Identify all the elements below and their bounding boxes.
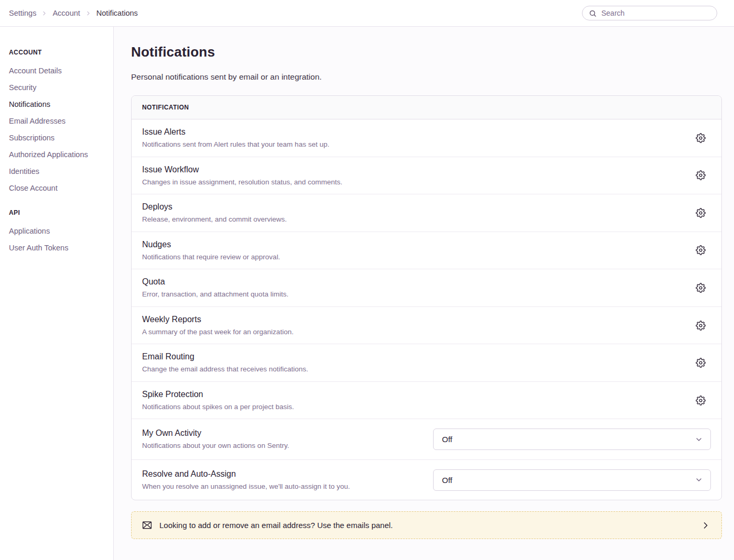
envelope-icon: [142, 520, 152, 530]
notification-row-description: Changes in issue assignment, resolution …: [142, 178, 342, 187]
notification-row: DeploysRelease, environment, and commit …: [132, 194, 721, 232]
emails-panel-banner[interactable]: Looking to add or remove an email addres…: [131, 511, 722, 539]
sidebar-item-subscriptions[interactable]: Subscriptions: [9, 129, 108, 146]
sidebar-item-account-details[interactable]: Account Details: [9, 62, 108, 79]
page-subtitle: Personal notifications sent by email or …: [131, 72, 722, 82]
notification-row-text: Issue WorkflowChanges in issue assignmen…: [142, 164, 342, 187]
notification-settings-button[interactable]: [694, 356, 708, 370]
notification-row: NudgesNotifications that require review …: [132, 232, 721, 269]
gear-icon: [696, 245, 706, 255]
notification-row: My Own ActivityNotifications about your …: [132, 419, 721, 459]
top-bar: SettingsAccountNotifications: [0, 0, 734, 27]
notification-settings-button[interactable]: [694, 393, 708, 408]
gear-icon: [696, 321, 706, 331]
notification-row-text: DeploysRelease, environment, and commit …: [142, 202, 287, 224]
notification-row-description: Notifications about spikes on a per proj…: [142, 402, 294, 412]
sidebar-item-applications[interactable]: Applications: [9, 223, 108, 239]
notification-settings-button[interactable]: [694, 206, 708, 220]
notification-row-title: Weekly Reports: [142, 314, 294, 325]
notification-row-title: My Own Activity: [142, 428, 289, 438]
notification-settings-button[interactable]: [694, 168, 708, 182]
sidebar-item-email-addresses[interactable]: Email Addresses: [9, 113, 108, 129]
notification-row-text: My Own ActivityNotifications about your …: [142, 428, 289, 451]
search-box[interactable]: [582, 6, 717, 20]
chevron-right-icon: [700, 520, 711, 531]
sidebar-section: APIApplicationsUser Auth Tokens: [9, 209, 108, 256]
notification-row-title: Issue Workflow: [142, 164, 342, 175]
notification-select[interactable]: Off: [433, 469, 711, 491]
chevron-down-icon: [695, 476, 703, 484]
layout: ACCOUNTAccount DetailsSecurityNotificati…: [0, 27, 734, 560]
breadcrumb-item-settings[interactable]: Settings: [9, 9, 36, 17]
notification-settings-button[interactable]: [694, 131, 708, 145]
breadcrumb-item-account[interactable]: Account: [52, 9, 80, 17]
banner-text: Looking to add or remove an email addres…: [159, 521, 693, 530]
notification-row: Weekly ReportsA summary of the past week…: [132, 306, 721, 344]
notification-row-description: Notifications that require review or app…: [142, 252, 280, 262]
notification-row-title: Issue Alerts: [142, 127, 329, 137]
search-input[interactable]: [600, 8, 710, 18]
notification-row: Spike ProtectionNotifications about spik…: [132, 381, 721, 419]
notification-row-text: Email RoutingChange the email address th…: [142, 352, 308, 374]
breadcrumb-separator-icon: [41, 10, 48, 17]
notification-row-text: Resolve and Auto-AssignWhen you resolve …: [142, 469, 350, 491]
notification-row-text: Spike ProtectionNotifications about spik…: [142, 389, 294, 412]
notification-row-description: When you resolve an unassigned issue, we…: [142, 482, 350, 491]
notification-row-description: Change the email address that receives n…: [142, 365, 308, 374]
notification-row-description: Notifications about your own actions on …: [142, 441, 289, 451]
gear-icon: [696, 133, 706, 143]
notification-row-title: Spike Protection: [142, 389, 294, 400]
notification-row-text: Issue AlertsNotifications sent from Aler…: [142, 127, 329, 149]
gear-icon: [696, 358, 706, 368]
breadcrumb-separator-icon: [85, 10, 92, 17]
notification-row: Issue WorkflowChanges in issue assignmen…: [132, 157, 721, 194]
select-value: Off: [442, 476, 452, 485]
notification-settings-button[interactable]: [694, 281, 708, 295]
notification-row-text: QuotaError, transaction, and attachment …: [142, 277, 288, 299]
notifications-panel: NOTIFICATION Issue AlertsNotifications s…: [131, 95, 722, 500]
breadcrumb: SettingsAccountNotifications: [9, 9, 138, 17]
panel-rows: Issue AlertsNotifications sent from Aler…: [132, 119, 721, 500]
gear-icon: [696, 283, 706, 293]
sidebar-item-close-account[interactable]: Close Account: [9, 180, 108, 196]
notification-settings-button[interactable]: [694, 319, 708, 333]
gear-icon: [696, 208, 706, 218]
notification-select[interactable]: Off: [433, 429, 711, 450]
notification-row-description: A summary of the past week for an organi…: [142, 327, 294, 337]
notification-row-title: Deploys: [142, 202, 287, 212]
main-content: Notifications Personal notifications sen…: [114, 27, 734, 560]
settings-page: SettingsAccountNotifications ACCOUNTAcco…: [0, 0, 734, 560]
notification-row: QuotaError, transaction, and attachment …: [132, 269, 721, 306]
settings-sidebar: ACCOUNTAccount DetailsSecurityNotificati…: [0, 27, 114, 560]
sidebar-item-security[interactable]: Security: [9, 79, 108, 96]
sidebar-item-authorized-applications[interactable]: Authorized Applications: [9, 146, 108, 163]
notification-row-title: Quota: [142, 277, 288, 287]
gear-icon: [696, 170, 706, 180]
page-title: Notifications: [131, 44, 722, 60]
breadcrumb-item-notifications[interactable]: Notifications: [96, 9, 138, 17]
chevron-down-icon: [695, 435, 703, 444]
panel-header: NOTIFICATION: [132, 96, 721, 119]
sidebar-section-title: ACCOUNT: [9, 49, 108, 56]
notification-row-description: Release, environment, and commit overvie…: [142, 215, 287, 224]
select-value: Off: [442, 435, 452, 444]
notification-row-text: NudgesNotifications that require review …: [142, 239, 280, 262]
sidebar-item-identities[interactable]: Identities: [9, 163, 108, 180]
sidebar-section: ACCOUNTAccount DetailsSecurityNotificati…: [9, 49, 108, 196]
notification-row-title: Nudges: [142, 239, 280, 250]
gear-icon: [696, 396, 706, 405]
search-icon: [589, 9, 597, 17]
sidebar-item-user-auth-tokens[interactable]: User Auth Tokens: [9, 239, 108, 256]
notification-row-description: Error, transaction, and attachment quota…: [142, 290, 288, 299]
sidebar-item-notifications[interactable]: Notifications: [9, 96, 108, 113]
notification-row: Issue AlertsNotifications sent from Aler…: [132, 119, 721, 157]
notification-row-description: Notifications sent from Alert rules that…: [142, 140, 329, 149]
notification-row: Resolve and Auto-AssignWhen you resolve …: [132, 459, 721, 500]
notification-row-text: Weekly ReportsA summary of the past week…: [142, 314, 294, 337]
notification-row-title: Email Routing: [142, 352, 308, 362]
sidebar-section-title: API: [9, 209, 108, 216]
notification-row: Email RoutingChange the email address th…: [132, 344, 721, 381]
notification-row-title: Resolve and Auto-Assign: [142, 469, 350, 479]
notification-settings-button[interactable]: [694, 243, 708, 257]
